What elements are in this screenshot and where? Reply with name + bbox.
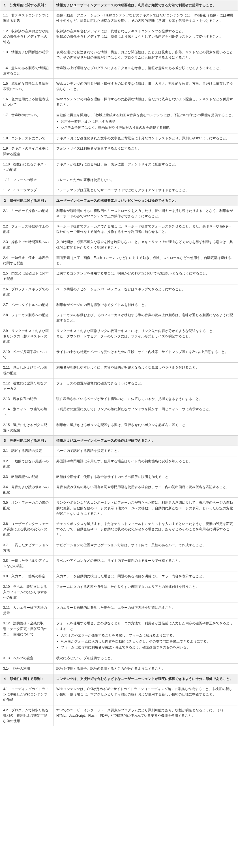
guideline-row: 1.9 テキストのサイズ変更に関する配慮フォントサイズは利用者が変更できるように… [0, 144, 238, 159]
guideline-row: 3.4 発音および読み仮名への配慮発音や読み仮名の難しい固有名詞や専門用語を使用… [0, 482, 238, 498]
guideline-row: 1.12 イメージマップイメージマップは原則としてサーバーサイドではなくクライア… [0, 185, 238, 195]
guideline-description: 入力エラーを自動的に発見した場合は、エラーの修正方法を明確に示すこと。 [54, 603, 238, 618]
guideline-description: Webコンテンツの内容を理解・操作するのに必要な情報は、形、大きさ、視覚的な位置… [54, 79, 238, 94]
guideline-id: 2.4 一時停止、停止、非表示に関する配慮 [0, 253, 54, 268]
guideline-row: 2.14 別ウィンドウ強制の禁止（利用者の意図に反して）リンクの際に新たなウィン… [0, 404, 238, 420]
section-header-row: ３ 理解可能に関する原則：情報およびユーザーインターフェースの操作は理解できるこ… [0, 436, 238, 446]
guideline-description: 利用者が短時間のうちに複数回のキーストロークを入力したり、長い間キーを押し続けた… [54, 206, 238, 221]
guideline-id: 3.1 記述する言語の指定 [0, 446, 54, 456]
guideline-description: 現在表示されているページがサイト構造のどこに位置しているか、把握できるようにする… [54, 394, 238, 404]
guideline-description: チェックボックスを選択する、またはテキストフィールドにテキストを入力するといった… [54, 519, 238, 540]
guideline-row: 1.8 コントラストについてテキストおよび画像化された文字の文字色と背景色に十分… [0, 133, 238, 144]
guideline-row: 1.3 情報および関係性の明示表現を通じて伝達されている情報、構造、および関係性… [0, 47, 238, 63]
guideline-description: ラベルやアイコンなどの表記は、サイト内で一貫性のあるルールで作成すること。 [54, 556, 238, 571]
guideline-id: 3.12 法的義務・金銭的取引・データ変更・回答送信のエラー回避について [0, 618, 54, 653]
guideline-description: 自動的に再生を開始し、3秒以上継続する動画や音声を含むコンテンツには、下記のいず… [54, 110, 238, 133]
guideline-bullet-list: 入力ミスやエラーが発生することを考慮し、フォームに戻れるようにする。利用者がフォ… [56, 633, 235, 650]
guideline-bullet-item: 音声を一時停止または停止する機能 [61, 119, 235, 124]
guideline-row: 3.6 ユーザーインターフェース要素による状況の変化への配慮チェックボックスを選… [0, 519, 238, 540]
guideline-bullet-item: システム全体ではなく、動画情報や音声情報の音量のみを調整する機能 [61, 125, 235, 130]
guideline-description: イメージマップは原則としてサーバーサイドではなくクライアントサイドとすること。 [54, 185, 238, 195]
guideline-id: 2.12 視覚的に認識可能なフォーカス [0, 378, 54, 394]
guideline-id: 3.3 略語表記への配慮 [0, 472, 54, 482]
guideline-description: フォーカスの移動および、そのフォーカスが移動する際の音声の読み上げ順序は、意味が… [54, 310, 238, 326]
guideline-row: 3.10 ラベル、説明文による入力フォームの分かりやすさへの配慮フォームに入力す… [0, 582, 238, 603]
guideline-id: 4.1 コーディングガイドラインに準拠したWebコンテンツの作成 [0, 684, 54, 705]
guideline-id: 1.3 情報および関係性の明示 [0, 47, 54, 63]
guideline-description: テキストが複数行に亘る時は、色、表示位置、フォントサイズに配慮すること。 [54, 159, 238, 175]
guideline-id: 2.3 操作上での時間調整への配慮 [0, 237, 54, 253]
guideline-row: 1.5 感覚的な特徴による情報表現についてWebコンテンツの内容を理解・操作する… [0, 79, 238, 94]
section-header-row: ４ 頑健性に関する原則：コンテンツは、支援技術を含むさまざまなユーザーエージェン… [0, 674, 238, 684]
guideline-description: 利用者がページの内容を識別できるタイトルを付けること。 [54, 300, 238, 310]
guideline-id: 1.8 コントラストについて [0, 133, 54, 144]
guideline-description: （利用者の意図に反して）リンクの際に新たなウィンドウを開かず、同じウィンドウに表… [54, 404, 238, 420]
guideline-row: 2.6 ブロック・スキップでの配慮ページ共通のナビゲーションバーやメニューなどは… [0, 284, 238, 300]
guideline-bullet-list: 音声を一時停止または停止する機能システム全体ではなく、動画情報や音声情報の音量の… [56, 119, 235, 130]
guideline-row: 3.5 オン・フォーカスの際の配慮リンクやボタンなどのコンポーネントにフォーカス… [0, 498, 238, 519]
guideline-id: 2.2 フォーカス移動操作上の配慮 [0, 221, 54, 237]
guideline-description: コンテンツは、支援技術を含むさまざまなユーザーエージェントが確実に解釈できるよう… [54, 674, 238, 684]
guideline-row: 3.14 記号の利用記号を使用する場合、記号の意味するところが分かるようにするこ… [0, 663, 238, 674]
guideline-id: 2.15 選択におけるボタン配置への配慮 [0, 420, 54, 435]
guideline-lead-text: フォームを使用する場合、次の少なくとも一つの方法で、利用者が送信前に入力した内容… [56, 621, 235, 631]
guideline-id: 2.10 ページ探索手段について [0, 347, 54, 363]
guideline-row: 2.8 フォーカス順序への配慮フォーカスの移動および、そのフォーカスが移動する際… [0, 310, 238, 326]
guideline-description: 略語は今用せず、使用する場合はサイト内の初出箇所に説明を加えること。 [54, 472, 238, 482]
guideline-bullet-item: フォームは送信前に利用者が確認・修正できるよう、確認画面つきのものを用いる。 [61, 645, 235, 650]
guideline-id: 1.10 複数行に亘るテキストへの配慮 [0, 159, 54, 175]
guideline-row: 1.7 音声制御について自動的に再生を開始し、3秒以上継続する動画や音声を含むコ… [0, 110, 238, 133]
guideline-description: テキストおよび画像化された文字の文字色と背景色に十分なコントラストをとり、識別し… [54, 133, 238, 144]
guideline-row: 2.12 視覚的に認識可能なフォーカスフォーカスの位置が視覚的に確認できるように… [0, 378, 238, 394]
guideline-description: フォントサイズは利用者が変更できるようにすること。 [54, 144, 238, 159]
guideline-description: リンクテキストおよび画像リンクの代替テキストには、リンク先の内容が分かるような記… [54, 326, 238, 347]
guideline-description: 表現を通じて伝達されている情報、構造、および関係性は、たとえば見出し、段落、リス… [54, 47, 238, 63]
guideline-row: 2.4 一時停止、停止、非表示に関する配慮画面要素（文字、画像、Flashコンテ… [0, 253, 238, 268]
guideline-id: 3.7 一貫したナビゲーション方法 [0, 540, 54, 556]
guideline-row: 1.2 収録済の音声および収録済の映像を含むメディアへの対処収録済の音声を含むメ… [0, 26, 238, 47]
guideline-id: 2.14 別ウィンドウ強制の禁止 [0, 404, 54, 420]
guideline-id: 3.10 ラベル、説明文による入力フォームの分かりやすさへの配慮 [0, 582, 54, 603]
guideline-description: ページ共通のナビゲーションバーやメニューなどはスキップできるようにすること。 [54, 284, 238, 300]
guideline-row: 3.13 ヘルプの設定状況に応じたヘルプを提供すること。 [0, 653, 238, 663]
guideline-id: １ 知覚可能に関する原則： [0, 0, 54, 10]
guideline-id: 1.11 フレームの禁止 [0, 175, 54, 185]
guideline-description: 入力エラーを自動的に検出した場合は、問題のある項目を明確にし、エラー内容を表示す… [54, 571, 238, 582]
guideline-description: ページ内で記述する言語を指定すること。 [54, 446, 238, 456]
guideline-id: 4.2 プログラムで解釈可能な識別名・役割および設定可能な値の使用 [0, 705, 54, 726]
guideline-row: 3.11 入力エラー修正方法の提示入力エラーを自動的に発見した場合は、エラーの修… [0, 603, 238, 618]
guideline-description: 画像・動画・アニメーション・Flashコンテンツなどのテキストではないコンテンツ… [54, 10, 238, 26]
guideline-row: 3.1 記述する言語の指定ページ内で記述する言語を指定すること。 [0, 446, 238, 456]
guideline-description: 音声読み上げ環境などプログラムによるアクセスを考慮し、情報が意味のある並び順にな… [54, 63, 238, 79]
guideline-id: 3.5 オン・フォーカスの際の配慮 [0, 498, 54, 519]
guideline-id: 1.12 イメージマップ [0, 185, 54, 195]
guideline-description: フォームに入力する内容や条件は、分かりやすい表現で入力エリアとの関連付けを行うこ… [54, 582, 238, 603]
guideline-bullet-item: 入力ミスやエラーが発生することを考慮し、フォームに戻れるようにする。 [61, 633, 235, 638]
guideline-row: 2.2 フォーカス移動操作上の配慮キーボード操作でフォーカスできる場合は、キーボ… [0, 221, 238, 237]
guideline-row: 3.9 入力エラー箇所の特定入力エラーを自動的に検出した場合は、問題のある項目を… [0, 571, 238, 582]
guideline-description: すべてのユーザーインターフェース要素がプログラムにより識別可能であり、役割が明確… [54, 705, 238, 726]
guideline-description: フォームを使用する場合、次の少なくとも一つの方法で、利用者が送信前に入力した内容… [54, 618, 238, 653]
guideline-description: Webコンテンツの内容を理解・操作するのに必要な情報は、色だけに依存しないよう配… [54, 94, 238, 110]
guideline-description: Webコンテンツは、OKIが定めるWebサイトガイドライン（コーディング編）に準… [54, 684, 238, 705]
guideline-row: 4.2 プログラムで解釈可能な識別名・役割および設定可能な値の使用すべてのユーザ… [0, 705, 238, 726]
guideline-id: 2.7 ページタイトルへの配慮 [0, 300, 54, 310]
guideline-id: 3.11 入力エラー修正方法の提示 [0, 603, 54, 618]
guideline-id: 3.8 一貫したラベルやアイコンなどの表記 [0, 556, 54, 571]
guideline-description: 入力時間は、必要不可欠な場合を除き制限しないこと。セキュリティ上の理由などでやむ… [54, 237, 238, 253]
guideline-id: ３ 理解可能に関する原則： [0, 436, 54, 446]
guideline-id: 2.6 ブロック・スキップでの配慮 [0, 284, 54, 300]
guideline-description: 利用者に選択させるボタンを配置する際は、選択させたいボタンを必ず右に置くこと。 [54, 420, 238, 435]
guideline-id: 1.6 色の使用による情報表現について [0, 94, 54, 110]
guideline-id: 1.9 テキストのサイズ変更に関する配慮 [0, 144, 54, 159]
guideline-description: 状況に応じたヘルプを提供すること。 [54, 653, 238, 663]
guideline-id: 1.5 感覚的な特徴による情報表現について [0, 79, 54, 94]
guideline-row: 2.15 選択におけるボタン配置への配慮利用者に選択させるボタンを配置する際は、… [0, 420, 238, 435]
guideline-id: 3.9 入力エラー箇所の特定 [0, 571, 54, 582]
guideline-id: 3.13 ヘルプの設定 [0, 653, 54, 663]
guideline-description: 情報およびユーザーインターフェースの操作は理解できること。 [54, 436, 238, 446]
guideline-row: 2.13 現在位置の明示現在表示されているページがサイト構造のどこに位置している… [0, 394, 238, 404]
guideline-row: 2.7 ページタイトルへの配慮利用者がページの内容を識別できるタイトルを付けるこ… [0, 300, 238, 310]
guideline-row: 1.10 複数行に亘るテキストへの配慮テキストが複数行に亘る時は、色、表示位置、… [0, 159, 238, 175]
guideline-description: リンクやボタンなどのコンポーネントにフォーカスが当たった時に、利用者の意図に反し… [54, 498, 238, 519]
